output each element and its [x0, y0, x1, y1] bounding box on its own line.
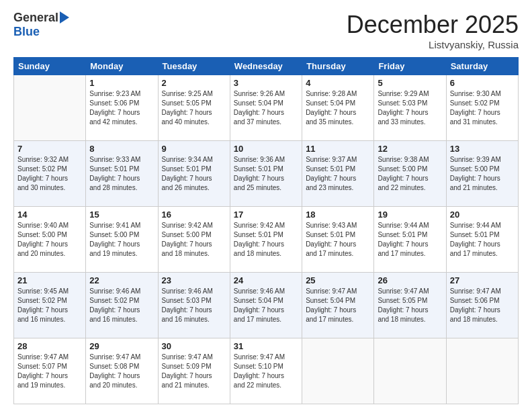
- calendar-cell: 29Sunrise: 9:47 AM Sunset: 5:08 PM Dayli…: [86, 338, 158, 404]
- day-number: 2: [162, 78, 226, 88]
- calendar-cell: 27Sunrise: 9:47 AM Sunset: 5:06 PM Dayli…: [446, 273, 518, 338]
- calendar-cell: 26Sunrise: 9:47 AM Sunset: 5:05 PM Dayli…: [374, 273, 446, 338]
- day-number: 5: [378, 78, 442, 88]
- day-info: Sunrise: 9:42 AM Sunset: 5:00 PM Dayligh…: [162, 221, 226, 259]
- day-number: 29: [89, 341, 154, 351]
- day-number: 13: [450, 144, 515, 154]
- day-info: Sunrise: 9:37 AM Sunset: 5:01 PM Dayligh…: [306, 155, 370, 193]
- calendar-cell: [302, 338, 374, 404]
- day-info: Sunrise: 9:33 AM Sunset: 5:01 PM Dayligh…: [89, 155, 154, 193]
- day-info: Sunrise: 9:23 AM Sunset: 5:06 PM Dayligh…: [89, 89, 154, 127]
- day-number: 20: [450, 210, 515, 220]
- day-info: Sunrise: 9:28 AM Sunset: 5:04 PM Dayligh…: [306, 89, 370, 127]
- calendar-cell: 9Sunrise: 9:34 AM Sunset: 5:01 PM Daylig…: [158, 141, 230, 207]
- calendar-cell: 1Sunrise: 9:23 AM Sunset: 5:06 PM Daylig…: [86, 75, 158, 141]
- calendar-cell: 13Sunrise: 9:39 AM Sunset: 5:00 PM Dayli…: [446, 141, 518, 207]
- day-number: 11: [306, 144, 370, 154]
- weekday-header-wednesday: Wednesday: [230, 58, 302, 75]
- day-info: Sunrise: 9:36 AM Sunset: 5:01 PM Dayligh…: [234, 155, 298, 193]
- day-info: Sunrise: 9:44 AM Sunset: 5:01 PM Dayligh…: [378, 221, 442, 259]
- day-number: 14: [17, 210, 82, 220]
- logo-arrow-icon: [60, 11, 69, 24]
- calendar-week-row: 7Sunrise: 9:32 AM Sunset: 5:02 PM Daylig…: [14, 141, 519, 207]
- day-info: Sunrise: 9:46 AM Sunset: 5:04 PM Dayligh…: [234, 287, 298, 324]
- logo-blue-text: Blue: [13, 25, 40, 39]
- header: General Blue December 2025 Listvyanskiy,…: [13, 11, 519, 50]
- day-number: 8: [89, 144, 154, 154]
- calendar-week-row: 1Sunrise: 9:23 AM Sunset: 5:06 PM Daylig…: [14, 75, 519, 141]
- day-info: Sunrise: 9:45 AM Sunset: 5:02 PM Dayligh…: [17, 287, 82, 324]
- day-info: Sunrise: 9:46 AM Sunset: 5:02 PM Dayligh…: [89, 287, 154, 324]
- day-info: Sunrise: 9:40 AM Sunset: 5:00 PM Dayligh…: [17, 221, 82, 259]
- day-info: Sunrise: 9:25 AM Sunset: 5:05 PM Dayligh…: [162, 89, 226, 127]
- weekday-header-sunday: Sunday: [14, 58, 86, 75]
- calendar-cell: 8Sunrise: 9:33 AM Sunset: 5:01 PM Daylig…: [86, 141, 158, 207]
- calendar-cell: 24Sunrise: 9:46 AM Sunset: 5:04 PM Dayli…: [230, 273, 302, 338]
- calendar-cell: 2Sunrise: 9:25 AM Sunset: 5:05 PM Daylig…: [158, 75, 230, 141]
- day-number: 17: [234, 210, 298, 220]
- day-number: 1: [89, 78, 154, 88]
- day-info: Sunrise: 9:47 AM Sunset: 5:05 PM Dayligh…: [378, 287, 442, 324]
- calendar-cell: 5Sunrise: 9:29 AM Sunset: 5:03 PM Daylig…: [374, 75, 446, 141]
- weekday-header-thursday: Thursday: [302, 58, 374, 75]
- day-info: Sunrise: 9:42 AM Sunset: 5:01 PM Dayligh…: [234, 221, 298, 259]
- calendar-week-row: 28Sunrise: 9:47 AM Sunset: 5:07 PM Dayli…: [14, 338, 519, 404]
- day-info: Sunrise: 9:30 AM Sunset: 5:02 PM Dayligh…: [450, 89, 515, 127]
- day-number: 30: [162, 341, 226, 351]
- day-number: 21: [17, 275, 82, 285]
- calendar-cell: 11Sunrise: 9:37 AM Sunset: 5:01 PM Dayli…: [302, 141, 374, 207]
- title-block: December 2025 Listvyanskiy, Russia: [347, 11, 519, 50]
- day-number: 15: [89, 210, 154, 220]
- calendar-cell: [446, 338, 518, 404]
- calendar-cell: 18Sunrise: 9:43 AM Sunset: 5:01 PM Dayli…: [302, 207, 374, 273]
- calendar-cell: 15Sunrise: 9:41 AM Sunset: 5:00 PM Dayli…: [86, 207, 158, 273]
- day-number: 3: [234, 78, 298, 88]
- page: General Blue December 2025 Listvyanskiy,…: [0, 0, 532, 411]
- calendar-table: SundayMondayTuesdayWednesdayThursdayFrid…: [13, 57, 519, 404]
- day-number: 9: [162, 144, 226, 154]
- day-info: Sunrise: 9:47 AM Sunset: 5:07 PM Dayligh…: [17, 353, 82, 390]
- calendar-cell: 16Sunrise: 9:42 AM Sunset: 5:00 PM Dayli…: [158, 207, 230, 273]
- calendar-cell: 20Sunrise: 9:44 AM Sunset: 5:01 PM Dayli…: [446, 207, 518, 273]
- calendar-cell: [374, 338, 446, 404]
- calendar-cell: 22Sunrise: 9:46 AM Sunset: 5:02 PM Dayli…: [86, 273, 158, 338]
- calendar-cell: 21Sunrise: 9:45 AM Sunset: 5:02 PM Dayli…: [14, 273, 86, 338]
- calendar-cell: 10Sunrise: 9:36 AM Sunset: 5:01 PM Dayli…: [230, 141, 302, 207]
- weekday-header-row: SundayMondayTuesdayWednesdayThursdayFrid…: [14, 58, 519, 75]
- day-number: 23: [162, 275, 226, 285]
- day-info: Sunrise: 9:47 AM Sunset: 5:10 PM Dayligh…: [234, 353, 298, 390]
- calendar-cell: 6Sunrise: 9:30 AM Sunset: 5:02 PM Daylig…: [446, 75, 518, 141]
- day-number: 12: [378, 144, 442, 154]
- day-info: Sunrise: 9:47 AM Sunset: 5:06 PM Dayligh…: [450, 287, 515, 324]
- day-info: Sunrise: 9:47 AM Sunset: 5:09 PM Dayligh…: [162, 353, 226, 390]
- day-number: 16: [162, 210, 226, 220]
- weekday-header-saturday: Saturday: [446, 58, 518, 75]
- weekday-header-monday: Monday: [86, 58, 158, 75]
- day-number: 10: [234, 144, 298, 154]
- calendar-cell: 3Sunrise: 9:26 AM Sunset: 5:04 PM Daylig…: [230, 75, 302, 141]
- calendar-cell: 25Sunrise: 9:47 AM Sunset: 5:04 PM Dayli…: [302, 273, 374, 338]
- month-title: December 2025: [347, 11, 519, 39]
- calendar-week-row: 14Sunrise: 9:40 AM Sunset: 5:00 PM Dayli…: [14, 207, 519, 273]
- calendar-cell: 12Sunrise: 9:38 AM Sunset: 5:00 PM Dayli…: [374, 141, 446, 207]
- calendar-cell: 17Sunrise: 9:42 AM Sunset: 5:01 PM Dayli…: [230, 207, 302, 273]
- calendar-cell: 23Sunrise: 9:46 AM Sunset: 5:03 PM Dayli…: [158, 273, 230, 338]
- day-info: Sunrise: 9:38 AM Sunset: 5:00 PM Dayligh…: [378, 155, 442, 193]
- calendar-cell: 28Sunrise: 9:47 AM Sunset: 5:07 PM Dayli…: [14, 338, 86, 404]
- calendar-cell: 7Sunrise: 9:32 AM Sunset: 5:02 PM Daylig…: [14, 141, 86, 207]
- day-number: 18: [306, 210, 370, 220]
- day-number: 25: [306, 275, 370, 285]
- day-info: Sunrise: 9:29 AM Sunset: 5:03 PM Dayligh…: [378, 89, 442, 127]
- weekday-header-friday: Friday: [374, 58, 446, 75]
- location-text: Listvyanskiy, Russia: [347, 39, 519, 50]
- day-info: Sunrise: 9:46 AM Sunset: 5:03 PM Dayligh…: [162, 287, 226, 324]
- weekday-header-tuesday: Tuesday: [158, 58, 230, 75]
- day-info: Sunrise: 9:47 AM Sunset: 5:04 PM Dayligh…: [306, 287, 370, 324]
- day-info: Sunrise: 9:26 AM Sunset: 5:04 PM Dayligh…: [234, 89, 298, 127]
- calendar-week-row: 21Sunrise: 9:45 AM Sunset: 5:02 PM Dayli…: [14, 273, 519, 338]
- day-info: Sunrise: 9:43 AM Sunset: 5:01 PM Dayligh…: [306, 221, 370, 259]
- day-info: Sunrise: 9:44 AM Sunset: 5:01 PM Dayligh…: [450, 221, 515, 259]
- day-number: 7: [17, 144, 82, 154]
- day-number: 28: [17, 341, 82, 351]
- day-info: Sunrise: 9:41 AM Sunset: 5:00 PM Dayligh…: [89, 221, 154, 259]
